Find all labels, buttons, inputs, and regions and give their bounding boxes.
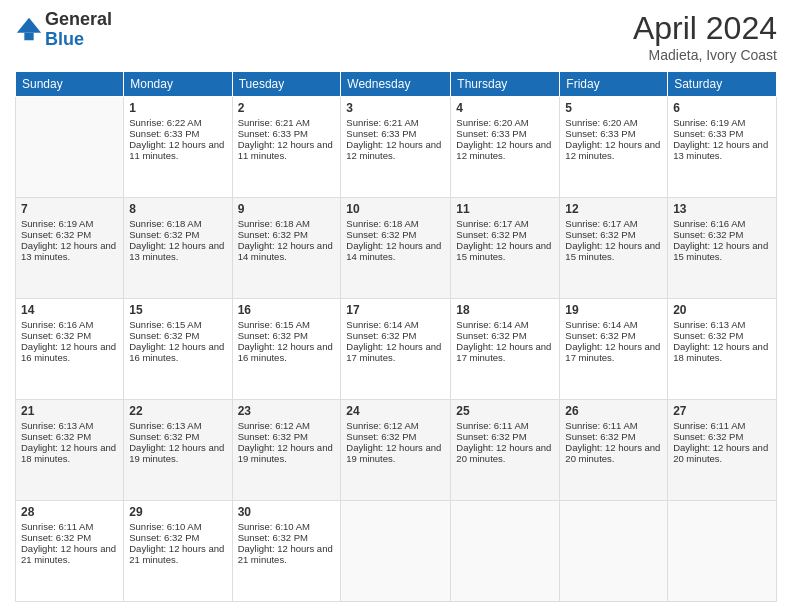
calendar-cell: 6Sunrise: 6:19 AMSunset: 6:33 PMDaylight… xyxy=(668,97,777,198)
day-number: 15 xyxy=(129,303,226,317)
daylight-text: Daylight: 12 hours and 12 minutes. xyxy=(456,139,554,161)
sunrise-text: Sunrise: 6:20 AM xyxy=(565,117,662,128)
daylight-text: Daylight: 12 hours and 16 minutes. xyxy=(129,341,226,363)
calendar-cell: 9Sunrise: 6:18 AMSunset: 6:32 PMDaylight… xyxy=(232,198,341,299)
calendar-cell: 27Sunrise: 6:11 AMSunset: 6:32 PMDayligh… xyxy=(668,400,777,501)
sunrise-text: Sunrise: 6:11 AM xyxy=(456,420,554,431)
sunrise-text: Sunrise: 6:11 AM xyxy=(21,521,118,532)
sunrise-text: Sunrise: 6:18 AM xyxy=(238,218,336,229)
title-area: April 2024 Madieta, Ivory Coast xyxy=(633,10,777,63)
calendar-cell xyxy=(451,501,560,602)
sunset-text: Sunset: 6:32 PM xyxy=(21,229,118,240)
sunset-text: Sunset: 6:32 PM xyxy=(456,229,554,240)
weekday-header-monday: Monday xyxy=(124,72,232,97)
svg-rect-1 xyxy=(24,33,33,40)
calendar-cell: 3Sunrise: 6:21 AMSunset: 6:33 PMDaylight… xyxy=(341,97,451,198)
sunrise-text: Sunrise: 6:10 AM xyxy=(238,521,336,532)
calendar-cell: 11Sunrise: 6:17 AMSunset: 6:32 PMDayligh… xyxy=(451,198,560,299)
day-number: 17 xyxy=(346,303,445,317)
daylight-text: Daylight: 12 hours and 15 minutes. xyxy=(565,240,662,262)
daylight-text: Daylight: 12 hours and 19 minutes. xyxy=(129,442,226,464)
sunrise-text: Sunrise: 6:18 AM xyxy=(346,218,445,229)
sunset-text: Sunset: 6:32 PM xyxy=(346,330,445,341)
calendar-cell: 20Sunrise: 6:13 AMSunset: 6:32 PMDayligh… xyxy=(668,299,777,400)
sunrise-text: Sunrise: 6:19 AM xyxy=(21,218,118,229)
day-number: 13 xyxy=(673,202,771,216)
week-row-5: 28Sunrise: 6:11 AMSunset: 6:32 PMDayligh… xyxy=(16,501,777,602)
calendar-cell: 8Sunrise: 6:18 AMSunset: 6:32 PMDaylight… xyxy=(124,198,232,299)
day-number: 3 xyxy=(346,101,445,115)
sunset-text: Sunset: 6:32 PM xyxy=(565,229,662,240)
day-number: 28 xyxy=(21,505,118,519)
weekday-header-saturday: Saturday xyxy=(668,72,777,97)
daylight-text: Daylight: 12 hours and 14 minutes. xyxy=(346,240,445,262)
sunset-text: Sunset: 6:32 PM xyxy=(238,532,336,543)
week-row-3: 14Sunrise: 6:16 AMSunset: 6:32 PMDayligh… xyxy=(16,299,777,400)
sunset-text: Sunset: 6:33 PM xyxy=(129,128,226,139)
sunset-text: Sunset: 6:32 PM xyxy=(456,330,554,341)
sunrise-text: Sunrise: 6:16 AM xyxy=(21,319,118,330)
sunset-text: Sunset: 6:33 PM xyxy=(238,128,336,139)
sunset-text: Sunset: 6:32 PM xyxy=(21,431,118,442)
calendar-cell: 30Sunrise: 6:10 AMSunset: 6:32 PMDayligh… xyxy=(232,501,341,602)
sunset-text: Sunset: 6:32 PM xyxy=(565,330,662,341)
sunset-text: Sunset: 6:32 PM xyxy=(21,532,118,543)
daylight-text: Daylight: 12 hours and 17 minutes. xyxy=(565,341,662,363)
day-number: 1 xyxy=(129,101,226,115)
weekday-header-wednesday: Wednesday xyxy=(341,72,451,97)
sunset-text: Sunset: 6:32 PM xyxy=(346,431,445,442)
sunrise-text: Sunrise: 6:21 AM xyxy=(238,117,336,128)
calendar-cell: 29Sunrise: 6:10 AMSunset: 6:32 PMDayligh… xyxy=(124,501,232,602)
sunset-text: Sunset: 6:33 PM xyxy=(456,128,554,139)
daylight-text: Daylight: 12 hours and 12 minutes. xyxy=(565,139,662,161)
daylight-text: Daylight: 12 hours and 17 minutes. xyxy=(456,341,554,363)
calendar-cell: 19Sunrise: 6:14 AMSunset: 6:32 PMDayligh… xyxy=(560,299,668,400)
daylight-text: Daylight: 12 hours and 20 minutes. xyxy=(673,442,771,464)
sunrise-text: Sunrise: 6:18 AM xyxy=(129,218,226,229)
daylight-text: Daylight: 12 hours and 16 minutes. xyxy=(21,341,118,363)
logo-blue: Blue xyxy=(45,30,112,50)
svg-marker-0 xyxy=(17,18,41,33)
calendar-table: SundayMondayTuesdayWednesdayThursdayFrid… xyxy=(15,71,777,602)
sunrise-text: Sunrise: 6:13 AM xyxy=(21,420,118,431)
sunset-text: Sunset: 6:32 PM xyxy=(673,330,771,341)
sunrise-text: Sunrise: 6:16 AM xyxy=(673,218,771,229)
daylight-text: Daylight: 12 hours and 15 minutes. xyxy=(456,240,554,262)
sunset-text: Sunset: 6:32 PM xyxy=(456,431,554,442)
day-number: 19 xyxy=(565,303,662,317)
daylight-text: Daylight: 12 hours and 19 minutes. xyxy=(238,442,336,464)
daylight-text: Daylight: 12 hours and 17 minutes. xyxy=(346,341,445,363)
sunrise-text: Sunrise: 6:14 AM xyxy=(456,319,554,330)
sunrise-text: Sunrise: 6:13 AM xyxy=(673,319,771,330)
calendar-cell: 17Sunrise: 6:14 AMSunset: 6:32 PMDayligh… xyxy=(341,299,451,400)
daylight-text: Daylight: 12 hours and 16 minutes. xyxy=(238,341,336,363)
calendar-cell: 21Sunrise: 6:13 AMSunset: 6:32 PMDayligh… xyxy=(16,400,124,501)
daylight-text: Daylight: 12 hours and 15 minutes. xyxy=(673,240,771,262)
sunrise-text: Sunrise: 6:17 AM xyxy=(565,218,662,229)
sunrise-text: Sunrise: 6:15 AM xyxy=(238,319,336,330)
sunset-text: Sunset: 6:32 PM xyxy=(565,431,662,442)
logo-text: General Blue xyxy=(45,10,112,50)
sunset-text: Sunset: 6:32 PM xyxy=(129,431,226,442)
sunset-text: Sunset: 6:33 PM xyxy=(673,128,771,139)
sunset-text: Sunset: 6:32 PM xyxy=(673,431,771,442)
sunrise-text: Sunrise: 6:20 AM xyxy=(456,117,554,128)
daylight-text: Daylight: 12 hours and 19 minutes. xyxy=(346,442,445,464)
week-row-1: 1Sunrise: 6:22 AMSunset: 6:33 PMDaylight… xyxy=(16,97,777,198)
daylight-text: Daylight: 12 hours and 18 minutes. xyxy=(673,341,771,363)
daylight-text: Daylight: 12 hours and 20 minutes. xyxy=(565,442,662,464)
day-number: 4 xyxy=(456,101,554,115)
sunrise-text: Sunrise: 6:21 AM xyxy=(346,117,445,128)
day-number: 5 xyxy=(565,101,662,115)
sunrise-text: Sunrise: 6:10 AM xyxy=(129,521,226,532)
day-number: 11 xyxy=(456,202,554,216)
daylight-text: Daylight: 12 hours and 21 minutes. xyxy=(129,543,226,565)
daylight-text: Daylight: 12 hours and 14 minutes. xyxy=(238,240,336,262)
sunrise-text: Sunrise: 6:11 AM xyxy=(673,420,771,431)
day-number: 20 xyxy=(673,303,771,317)
day-number: 29 xyxy=(129,505,226,519)
sunrise-text: Sunrise: 6:13 AM xyxy=(129,420,226,431)
weekday-header-sunday: Sunday xyxy=(16,72,124,97)
weekday-header-tuesday: Tuesday xyxy=(232,72,341,97)
logo-general: General xyxy=(45,10,112,30)
